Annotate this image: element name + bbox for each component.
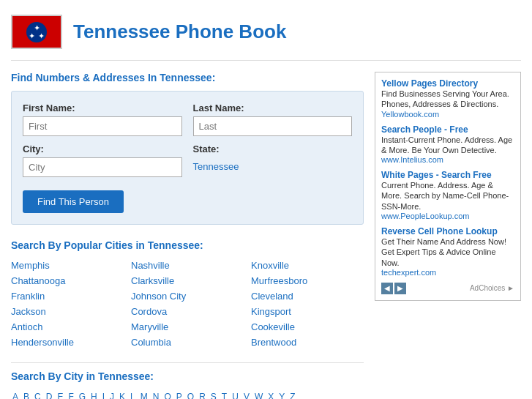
city-link[interactable]: Antioch: [11, 321, 124, 332]
alpha-link-t[interactable]: T: [220, 391, 228, 399]
page-wrapper: ✦✦ ✦ Tennessee Phone Book Find Numbers &…: [0, 0, 532, 399]
alpha-link-p[interactable]: P: [175, 391, 184, 399]
alpha-link-g[interactable]: G: [78, 391, 87, 399]
alpha-link-s[interactable]: S: [209, 391, 218, 399]
city-link[interactable]: Maryville: [131, 321, 244, 332]
city-link[interactable]: Cordova: [131, 306, 244, 317]
ad-next-button[interactable]: ▶: [394, 283, 406, 294]
city-link[interactable]: Nashville: [131, 260, 244, 271]
ad-prev-button[interactable]: ◀: [381, 283, 393, 294]
state-label: State:: [193, 143, 353, 154]
search-by-city-section: Search By City in Tennessee: ABCDEFGHIJK…: [11, 370, 364, 399]
city-group: City:: [23, 143, 182, 177]
alpha-link-w[interactable]: W: [253, 391, 264, 399]
city-link[interactable]: Knoxville: [251, 260, 364, 271]
ad-url-0[interactable]: Yellowbook.com: [381, 110, 514, 119]
state-value: Tennessee: [193, 157, 353, 176]
alpha-link-f[interactable]: F: [67, 391, 75, 399]
search-form-box: First Name: Last Name: City: State:: [11, 91, 364, 225]
flag-circle: ✦✦ ✦: [26, 22, 47, 42]
ad-item-0: Yellow Pages Directory Find Businesses S…: [381, 78, 514, 119]
city-label: City:: [23, 143, 182, 154]
right-column: Yellow Pages Directory Find Businesses S…: [375, 72, 521, 399]
alpha-link-c[interactable]: C: [33, 391, 42, 399]
first-name-group: First Name:: [23, 102, 182, 136]
alpha-link-e[interactable]: E: [56, 391, 64, 399]
alpha-link-v[interactable]: V: [242, 391, 251, 399]
left-column: Find Numbers & Addresses In Tennessee: F…: [11, 72, 364, 399]
ad-choices-label: AdChoices ►: [470, 284, 514, 292]
city-link[interactable]: Hendersonville: [11, 337, 124, 348]
header: ✦✦ ✦ Tennessee Phone Book: [11, 7, 521, 61]
ad-item-2: White Pages - Search Free Current Phone.…: [381, 170, 514, 220]
city-link[interactable]: Cookeville: [251, 321, 364, 332]
ad-title-1[interactable]: Search People - Free: [381, 124, 514, 135]
alpha-link-i[interactable]: I: [101, 391, 106, 399]
alpha-link-z[interactable]: Z: [288, 391, 296, 399]
ad-nav-buttons: ◀ ▶: [381, 283, 406, 294]
find-section-title: Find Numbers & Addresses In Tennessee:: [11, 72, 364, 83]
state-group: State: Tennessee: [193, 143, 353, 177]
first-name-input[interactable]: [23, 116, 182, 136]
alpha-link-u[interactable]: U: [231, 391, 240, 399]
ad-box: Yellow Pages Directory Find Businesses S…: [375, 72, 521, 301]
ad-title-0[interactable]: Yellow Pages Directory: [381, 78, 514, 89]
last-name-label: Last Name:: [193, 102, 353, 113]
city-link[interactable]: Murfreesboro: [251, 275, 364, 286]
alpha-link-m[interactable]: M: [139, 391, 149, 399]
ad-desc-3: Get Their Name And Address Now! Get Expe…: [381, 236, 514, 268]
alpha-link-j[interactable]: J: [108, 391, 116, 399]
city-link[interactable]: Brentwood: [251, 337, 364, 348]
ad-url-2[interactable]: www.PeopleLookup.com: [381, 212, 514, 220]
city-link[interactable]: Memphis: [11, 260, 124, 271]
city-link[interactable]: Johnson City: [131, 291, 244, 302]
location-row: City: State: Tennessee: [23, 143, 352, 177]
search-by-city-title: Search By City in Tennessee:: [11, 370, 364, 382]
alpha-link-r[interactable]: R: [198, 391, 207, 399]
ad-url-1[interactable]: www.Intelius.com: [381, 155, 514, 164]
popular-cities-title: Search By Popular Cities in Tennessee:: [11, 239, 364, 251]
alpha-link-x[interactable]: X: [266, 391, 275, 399]
ad-url-3[interactable]: techexpert.com: [381, 268, 514, 277]
ad-item-1: Search People - Free Instant-Current Pho…: [381, 124, 514, 165]
ad-item-3: Reverse Cell Phone Lookup Get Their Name…: [381, 226, 514, 277]
city-link[interactable]: Kingsport: [251, 306, 364, 317]
alpha-link-l[interactable]: L: [129, 391, 137, 399]
ad-nav: ◀ ▶ AdChoices ►: [381, 283, 514, 294]
alpha-link-h[interactable]: H: [89, 391, 99, 399]
city-link[interactable]: Jackson: [11, 306, 124, 317]
city-link[interactable]: Clarksville: [131, 275, 244, 286]
divider-1: [11, 362, 364, 363]
last-name-group: Last Name:: [193, 102, 353, 136]
ad-desc-1: Instant-Current Phone. Address. Age & Mo…: [381, 135, 514, 156]
alpha-link-a[interactable]: A: [11, 391, 20, 399]
alphabet-links: ABCDEFGHIJKLMNOPQRSTUVWXYZ: [11, 391, 364, 399]
ad-title-3[interactable]: Reverse Cell Phone Lookup: [381, 226, 514, 236]
alpha-link-d[interactable]: D: [45, 391, 54, 399]
flag-stars: ✦✦ ✦: [29, 24, 44, 40]
find-button[interactable]: Find This Person: [23, 190, 124, 213]
ad-desc-0: Find Businesses Serving Your Area. Phone…: [381, 89, 514, 110]
alpha-link-b[interactable]: B: [22, 391, 31, 399]
city-link[interactable]: Columbia: [131, 337, 244, 348]
page-title: Tennessee Phone Book: [73, 20, 286, 43]
last-name-input[interactable]: [193, 116, 353, 136]
city-link[interactable]: Chattanooga: [11, 275, 124, 286]
alpha-link-y[interactable]: Y: [277, 391, 286, 399]
alpha-link-n[interactable]: N: [151, 391, 161, 399]
name-row: First Name: Last Name:: [23, 102, 352, 136]
alpha-link-q[interactable]: Q: [186, 391, 195, 399]
ad-desc-2: Current Phone. Address. Age & More. Sear…: [381, 180, 514, 212]
ad-title-2[interactable]: White Pages - Search Free: [381, 170, 514, 180]
main-layout: Find Numbers & Addresses In Tennessee: F…: [11, 72, 521, 399]
city-input[interactable]: [23, 157, 182, 177]
tennessee-flag: ✦✦ ✦: [11, 15, 62, 49]
city-link[interactable]: Franklin: [11, 291, 124, 302]
alpha-link-o[interactable]: O: [162, 391, 172, 399]
city-link[interactable]: Cleveland: [251, 291, 364, 302]
cities-grid: MemphisNashvilleKnoxvilleChattanoogaClar…: [11, 260, 364, 348]
alpha-link-k[interactable]: K: [118, 391, 127, 399]
first-name-label: First Name:: [23, 102, 182, 113]
